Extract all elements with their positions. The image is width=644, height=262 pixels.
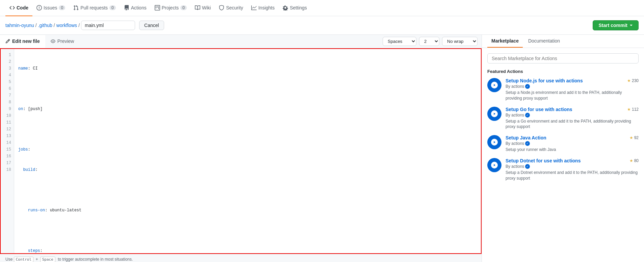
editor-area: Edit new file Preview Spaces 2 No wrap [0, 35, 482, 262]
start-commit-button[interactable]: Start commit [593, 20, 639, 30]
star-icon-3: ★ [629, 135, 633, 140]
sidebar: Marketplace Documentation Featured Actio… [482, 35, 644, 262]
nav-settings[interactable]: Settings [279, 0, 311, 16]
verified-badge-1: ✓ [525, 84, 530, 89]
nav-prs[interactable]: Pull requests 0 [69, 0, 120, 16]
action-item-3: Setup Java Action ★ 92 By actions ✓ Setu… [487, 135, 639, 153]
indent-select[interactable]: 2 [419, 37, 439, 46]
breadcrumb-github[interactable]: .github [38, 23, 52, 28]
action-icon-3 [487, 135, 501, 149]
documentation-tab[interactable]: Documentation [524, 35, 564, 48]
by-label-1: By actions [506, 84, 524, 89]
marketplace-tab[interactable]: Marketplace [487, 35, 523, 48]
nav-wiki[interactable]: Wiki [191, 0, 215, 16]
code-line-1: name: CI [18, 65, 477, 72]
star-count-1: 230 [632, 78, 639, 83]
documentation-tab-label: Documentation [528, 38, 560, 44]
editor-hint: Use Control + Space to trigger autocompl… [0, 254, 482, 262]
nav-actions[interactable]: Actions [120, 0, 151, 16]
nav-code[interactable]: Code [5, 0, 32, 16]
nav-insights[interactable]: Insights [247, 0, 279, 16]
line-number: 17 [3, 160, 11, 166]
line-number: 14 [3, 139, 11, 146]
action-header-1: Setup Node.js for use with actions ★ 230 [506, 78, 639, 83]
line-number: 4 [3, 72, 11, 79]
dropdown-arrow-icon [629, 24, 633, 27]
hint-plus: + [35, 257, 38, 262]
play-icon-3 [491, 139, 498, 146]
breadcrumb-slash-3: / [78, 23, 80, 28]
action-name-3[interactable]: Setup Java Action [506, 135, 546, 140]
nav-settings-label: Settings [290, 5, 307, 10]
breadcrumb-workflows[interactable]: workflows [56, 23, 77, 28]
action-desc-3: Setup your runner with Java [506, 147, 639, 153]
line-number: 10 [3, 112, 11, 119]
nav-code-label: Code [17, 5, 28, 10]
code-line-5: jobs: [18, 146, 477, 153]
star-icon-2: ★ [627, 107, 631, 112]
action-desc-1: Setup a Node.js environment and add it t… [506, 90, 639, 101]
sidebar-content[interactable]: Featured Actions Setup Node.js for use w… [482, 48, 644, 262]
nav-wiki-label: Wiki [202, 5, 211, 10]
code-line-9 [18, 227, 477, 234]
code-line-8: runs-on: ubuntu-latest [18, 207, 477, 214]
action-icon-4 [487, 158, 501, 172]
nav-projects-label: Projects [162, 5, 179, 10]
wiki-icon [195, 5, 200, 10]
line-number: 1 [3, 52, 11, 58]
wrap-select[interactable]: No wrap [442, 37, 478, 46]
action-stars-2: ★ 112 [627, 107, 639, 112]
action-name-1[interactable]: Setup Node.js for use with actions [506, 78, 583, 83]
breadcrumb-slash-2: / [54, 23, 55, 28]
breadcrumb-owner[interactable]: tahmin-oyunu [5, 23, 34, 28]
action-item-2: Setup Go for use with actions ★ 112 By a… [487, 107, 639, 130]
main-content: Edit new file Preview Spaces 2 No wrap [0, 35, 644, 262]
editor-toolbar: Edit new file Preview Spaces 2 No wrap [0, 35, 482, 48]
verified-badge-2: ✓ [525, 113, 530, 117]
nav-security[interactable]: Security [215, 0, 247, 16]
line-number: 5 [3, 79, 11, 85]
line-number: 7 [3, 92, 11, 99]
breadcrumb: tahmin-oyunu / .github / workflows / Can… [5, 21, 164, 30]
action-stars-3: ★ 92 [629, 135, 639, 140]
line-number: 9 [3, 106, 11, 112]
action-stars-4: ★ 80 [629, 158, 639, 163]
hint-text: Use [5, 257, 12, 262]
marketplace-search[interactable] [487, 53, 639, 63]
action-name-4[interactable]: Setup Dotnet for use with actions [506, 158, 581, 163]
code-line-7 [18, 187, 477, 193]
line-number: 11 [3, 119, 11, 126]
projects-badge: 0 [180, 5, 187, 10]
cancel-button[interactable]: Cancel [139, 21, 164, 30]
settings-icon [283, 5, 288, 10]
code-editor-wrapper[interactable]: 1 2 3 4 5 6 7 8 9 10 11 12 13 14 15 16 1… [0, 48, 482, 254]
code-line-6: build: [18, 166, 477, 173]
code-line-3: on: [push] [18, 106, 477, 112]
code-content[interactable]: name: CI on: [push] jobs: build: runs-on… [14, 49, 481, 253]
line-number: 18 [3, 166, 11, 173]
edit-tab[interactable]: Edit new file [0, 35, 45, 48]
code-line-10: steps: [18, 247, 477, 254]
nav-insights-label: Insights [258, 5, 275, 10]
line-number: 13 [3, 133, 11, 139]
nav-projects[interactable]: Projects 0 [151, 0, 191, 16]
spaces-select[interactable]: Spaces [383, 37, 416, 46]
action-desc-2: Setup a Go environment and add it to the… [506, 119, 639, 130]
action-stars-1: ★ 230 [627, 78, 639, 83]
nav-actions-label: Actions [131, 5, 147, 10]
line-numbers: 1 2 3 4 5 6 7 8 9 10 11 12 13 14 15 16 1… [1, 49, 14, 253]
action-icon-1 [487, 78, 501, 92]
projects-icon [155, 5, 160, 10]
action-desc-4: Setup a Dotnet environment and add it to… [506, 170, 639, 181]
star-count-2: 112 [632, 107, 639, 112]
top-nav: Code Issues 0 Pull requests 0 Actions Pr… [0, 0, 644, 16]
action-info-4: Setup Dotnet for use with actions ★ 80 B… [506, 158, 639, 181]
action-name-2[interactable]: Setup Go for use with actions [506, 107, 572, 112]
verified-badge-4: ✓ [525, 164, 530, 169]
filename-input[interactable] [81, 21, 135, 30]
verified-badge-3: ✓ [525, 141, 530, 146]
star-icon-4: ★ [629, 158, 633, 163]
nav-issues[interactable]: Issues 0 [32, 0, 69, 16]
action-header-2: Setup Go for use with actions ★ 112 [506, 107, 639, 112]
preview-tab[interactable]: Preview [45, 35, 80, 48]
